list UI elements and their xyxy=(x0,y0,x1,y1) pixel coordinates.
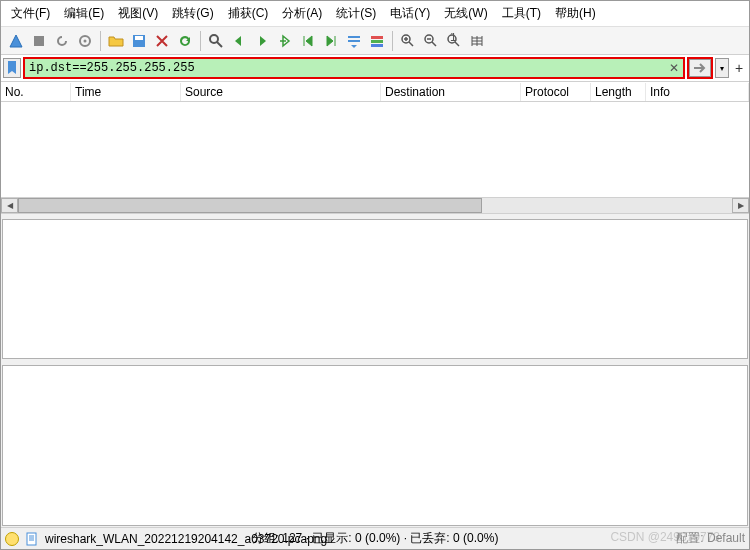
open-file-icon[interactable] xyxy=(105,30,127,52)
apply-filter-icon[interactable] xyxy=(689,59,711,77)
svg-rect-9 xyxy=(371,40,383,43)
splitter[interactable] xyxy=(1,214,749,218)
auto-scroll-icon[interactable] xyxy=(343,30,365,52)
filter-bookmark-icon[interactable] xyxy=(3,58,21,78)
menu-bar: 文件(F) 编辑(E) 视图(V) 跳转(G) 捕获(C) 分析(A) 统计(S… xyxy=(1,1,749,27)
separator xyxy=(100,31,101,51)
col-length[interactable]: Length xyxy=(591,83,646,101)
menu-wireless[interactable]: 无线(W) xyxy=(438,3,493,24)
scroll-thumb[interactable] xyxy=(18,198,482,213)
horizontal-scrollbar[interactable]: ◀ ▶ xyxy=(1,197,749,214)
menu-stats[interactable]: 统计(S) xyxy=(330,3,382,24)
menu-help[interactable]: 帮助(H) xyxy=(549,3,602,24)
svg-rect-0 xyxy=(34,36,44,46)
apply-filter-highlight xyxy=(687,57,713,79)
close-file-icon[interactable] xyxy=(151,30,173,52)
menu-analyze[interactable]: 分析(A) xyxy=(276,3,328,24)
status-packet-counts: 分组: 127 · 已显示: 0 (0.0%) · 已丢弃: 0 (0.0%) xyxy=(252,530,499,547)
restart-capture-icon[interactable] xyxy=(51,30,73,52)
separator xyxy=(200,31,201,51)
reload-file-icon[interactable] xyxy=(174,30,196,52)
filter-input-highlight: ✕ xyxy=(23,57,685,79)
add-filter-button-icon[interactable]: + xyxy=(731,60,747,76)
scroll-right-icon[interactable]: ▶ xyxy=(732,198,749,213)
zoom-in-icon[interactable] xyxy=(397,30,419,52)
go-first-icon[interactable] xyxy=(297,30,319,52)
resize-columns-icon[interactable] xyxy=(466,30,488,52)
display-filter-bar: ✕ ▾ + xyxy=(1,55,749,82)
go-forward-icon[interactable] xyxy=(251,30,273,52)
svg-text:1: 1 xyxy=(450,33,457,44)
zoom-reset-icon[interactable]: 1 xyxy=(443,30,465,52)
colorize-icon[interactable] xyxy=(366,30,388,52)
packet-details-pane[interactable] xyxy=(2,219,748,359)
svg-rect-10 xyxy=(371,44,383,47)
col-source[interactable]: Source xyxy=(181,83,381,101)
svg-point-5 xyxy=(210,35,218,43)
capture-options-icon[interactable] xyxy=(74,30,96,52)
menu-tools[interactable]: 工具(T) xyxy=(496,3,547,24)
menu-telephony[interactable]: 电话(Y) xyxy=(384,3,436,24)
menu-go[interactable]: 跳转(G) xyxy=(166,3,219,24)
packet-bytes-pane[interactable] xyxy=(2,365,748,526)
svg-rect-4 xyxy=(135,36,143,40)
packet-list-pane[interactable] xyxy=(1,102,749,197)
col-time[interactable]: Time xyxy=(71,83,181,101)
save-file-icon[interactable] xyxy=(128,30,150,52)
packet-list-header: No. Time Source Destination Protocol Len… xyxy=(1,82,749,102)
svg-point-2 xyxy=(84,39,87,42)
go-to-packet-icon[interactable] xyxy=(274,30,296,52)
find-packet-icon[interactable] xyxy=(205,30,227,52)
start-capture-icon[interactable] xyxy=(5,30,27,52)
capture-file-icon xyxy=(25,532,39,546)
go-back-icon[interactable] xyxy=(228,30,250,52)
filter-history-dropdown[interactable]: ▾ xyxy=(715,58,729,78)
display-filter-input[interactable] xyxy=(25,59,665,77)
col-protocol[interactable]: Protocol xyxy=(521,83,591,101)
svg-rect-6 xyxy=(348,36,360,38)
svg-rect-15 xyxy=(27,533,36,545)
separator xyxy=(392,31,393,51)
col-no[interactable]: No. xyxy=(1,83,71,101)
status-bar: wireshark_WLAN_20221219204142_a03720.pca… xyxy=(1,527,749,549)
scroll-left-icon[interactable]: ◀ xyxy=(1,198,18,213)
menu-view[interactable]: 视图(V) xyxy=(112,3,164,24)
status-profile[interactable]: 配置: Default xyxy=(676,530,745,547)
svg-rect-8 xyxy=(371,36,383,39)
col-info[interactable]: Info xyxy=(646,83,749,101)
clear-filter-icon[interactable]: ✕ xyxy=(665,59,683,77)
stop-capture-icon[interactable] xyxy=(28,30,50,52)
expert-info-icon[interactable] xyxy=(5,532,19,546)
menu-file[interactable]: 文件(F) xyxy=(5,3,56,24)
menu-edit[interactable]: 编辑(E) xyxy=(58,3,110,24)
splitter[interactable] xyxy=(1,360,749,364)
svg-rect-7 xyxy=(348,40,360,42)
menu-capture[interactable]: 捕获(C) xyxy=(222,3,275,24)
main-toolbar: 1 xyxy=(1,27,749,55)
zoom-out-icon[interactable] xyxy=(420,30,442,52)
scroll-track[interactable] xyxy=(18,198,732,213)
go-last-icon[interactable] xyxy=(320,30,342,52)
col-destination[interactable]: Destination xyxy=(381,83,521,101)
